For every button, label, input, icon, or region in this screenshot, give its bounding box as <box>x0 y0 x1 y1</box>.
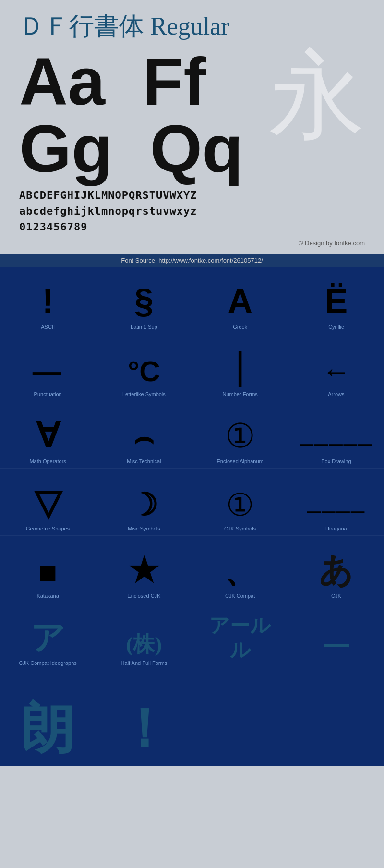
label-latin1sup: Latin 1 Sup <box>131 324 157 330</box>
cell-halffull: (株) Half And Full Forms <box>96 603 192 670</box>
symbol-cjkcompatideo: ア <box>31 619 65 656</box>
symbol-cjk: あ <box>319 552 353 589</box>
label-enclosed: Enclosed Alphanum <box>217 458 264 464</box>
grid-row-2: — Punctuation °C Letterlike Symbols | Nu… <box>0 334 384 401</box>
alphabet-section: ABCDEFGHIJKLMNOPQRSTUVWXYZ abcdefghijklm… <box>19 182 365 237</box>
symbol-miscsymbols: ☽ <box>130 488 158 522</box>
cell-cjkcompatideo: ア CJK Compat Ideographs <box>0 603 96 670</box>
label-numberforms: Number Forms <box>222 391 257 397</box>
cell-ascii: ! ASCII <box>0 267 96 334</box>
label-geometric: Geometric Shapes <box>26 526 70 531</box>
symbol-letterlike: °C <box>128 356 160 387</box>
label-cjk: CJK <box>331 593 341 599</box>
label-arrows: Arrows <box>328 391 344 397</box>
symbol-cjkcompat: 、 <box>225 555 256 590</box>
symbol-enclosedcjk: ★ <box>129 552 159 589</box>
symbol-boxdrawing: ───── <box>300 434 373 455</box>
label-katakana: Katakana <box>36 593 59 599</box>
label-cjkcompat: CJK Compat <box>225 593 255 599</box>
symbol-katakana: ■ <box>38 555 57 590</box>
cell-miscsymbols: ☽ Misc Symbols <box>96 469 192 536</box>
symbol-katakana2: アールル <box>209 614 271 662</box>
grid-row-bottom: 朗 ！ <box>0 670 384 766</box>
cell-numberforms: | Number Forms <box>192 334 288 401</box>
alphabet-upper: ABCDEFGHIJKLMNOPQRSTUVWXYZ <box>19 187 365 203</box>
symbol-misctech: ⌢ <box>133 421 154 455</box>
label-enclosedcjk: Enclosed CJK <box>127 593 160 599</box>
cell-enclosed: ① Enclosed Alphanum <box>192 401 288 469</box>
grid-row-4: ▽ Geometric Shapes ☽ Misc Symbols ① CJK … <box>0 469 384 536</box>
label-misctech: Misc Technical <box>127 458 161 464</box>
symbol-cjksymbols: ① <box>226 488 254 522</box>
grid-row-1: ! ASCII § Latin 1 Sup Α Greek Ë Cyrillic <box>0 267 384 334</box>
grid-row-5: ■ Katakana ★ Enclosed CJK 、 CJK Compat あ… <box>0 536 384 603</box>
symbol-numberforms: | <box>235 345 245 387</box>
cell-misctech: ⌢ Misc Technical <box>96 401 192 469</box>
cell-mathops: ∀ Math Operators <box>0 401 96 469</box>
cell-katakana2: アールル <box>192 603 288 670</box>
font-title: ＤＦ行書体 Regular <box>19 10 365 43</box>
symbol-cyrillic: Ë <box>324 282 348 320</box>
symbol-bottom-exclaim: ！ <box>118 700 170 758</box>
symbol-bottom-cjk: 朗 <box>22 700 74 758</box>
cell-bottom-empty1 <box>192 670 288 766</box>
cell-bottom-empty2 <box>288 670 384 766</box>
label-greek: Greek <box>233 324 247 330</box>
label-boxdrawing: Box Drawing <box>321 458 351 464</box>
symbol-hiragana: ──── <box>307 501 365 522</box>
source-bar: Font Source: http://www.fontke.com/font/… <box>0 254 384 267</box>
grid-row-3: ∀ Math Operators ⌢ Misc Technical ① Encl… <box>0 401 384 469</box>
symbol-mathops: ∀ <box>36 417 60 455</box>
symbol-latin1sup: § <box>134 282 154 320</box>
cell-bottom-exclaim: ！ <box>96 670 192 766</box>
cell-enclosedcjk: ★ Enclosed CJK <box>96 536 192 603</box>
cell-cyrillic: Ë Cyrillic <box>288 267 384 334</box>
label-ascii: ASCII <box>41 324 55 330</box>
cell-bottom-cjk: 朗 <box>0 670 96 766</box>
cell-cjkcompat: 、 CJK Compat <box>192 536 288 603</box>
cell-latin1sup: § Latin 1 Sup <box>96 267 192 334</box>
cell-katakana: ■ Katakana <box>0 536 96 603</box>
cell-geometric: ▽ Geometric Shapes <box>0 469 96 536</box>
alphabet-lower: abcdefghijklmnopqrstuvwxyz <box>19 203 365 219</box>
label-cjksymbols: CJK Symbols <box>224 526 256 531</box>
label-hiragana: Hiragana <box>325 526 347 531</box>
grid-row-6: ア CJK Compat Ideographs (株) Half And Ful… <box>0 603 384 670</box>
symbol-ascii: ! <box>42 282 54 320</box>
cell-cjk2: 一 <box>288 603 384 670</box>
large-letters-row2: Gg Qq <box>19 115 243 182</box>
symbol-cjk2: 一 <box>323 633 349 663</box>
cell-cjksymbols: ① CJK Symbols <box>192 469 288 536</box>
digits: 0123456789 <box>19 219 365 235</box>
symbol-greek: Α <box>228 282 252 320</box>
label-punctuation: Punctuation <box>34 391 62 397</box>
label-mathops: Math Operators <box>29 458 66 464</box>
large-letters-block: Aa Ff Gg Qq 永 <box>19 48 365 182</box>
symbol-geometric: ▽ <box>35 484 61 522</box>
symbol-enclosed: ① <box>225 418 255 455</box>
cell-cjk: あ CJK <box>288 536 384 603</box>
symbol-arrows: ← <box>322 356 350 387</box>
cell-letterlike: °C Letterlike Symbols <box>96 334 192 401</box>
kanji-watermark: 永 <box>269 48 365 144</box>
credit-text: © Design by fontke.com <box>19 237 365 249</box>
cell-hiragana: ──── Hiragana <box>288 469 384 536</box>
large-letters-row1: Aa Ff <box>19 48 243 115</box>
symbol-halffull: (株) <box>126 633 162 657</box>
symbol-punctuation: — <box>33 356 63 387</box>
character-grid: ! ASCII § Latin 1 Sup Α Greek Ë Cyrillic… <box>0 267 384 766</box>
label-halffull: Half And Full Forms <box>121 660 168 666</box>
cell-punctuation: — Punctuation <box>0 334 96 401</box>
label-cyrillic: Cyrillic <box>328 324 344 330</box>
cell-arrows: ← Arrows <box>288 334 384 401</box>
label-miscsymbols: Misc Symbols <box>128 526 160 531</box>
label-cjkcompatideo: CJK Compat Ideographs <box>19 660 76 666</box>
label-letterlike: Letterlike Symbols <box>122 391 166 397</box>
header-section: ＤＦ行書体 Regular Aa Ff Gg Qq 永 ABCDEFGHIJKL… <box>0 0 384 254</box>
cell-boxdrawing: ───── Box Drawing <box>288 401 384 469</box>
cell-greek: Α Greek <box>192 267 288 334</box>
